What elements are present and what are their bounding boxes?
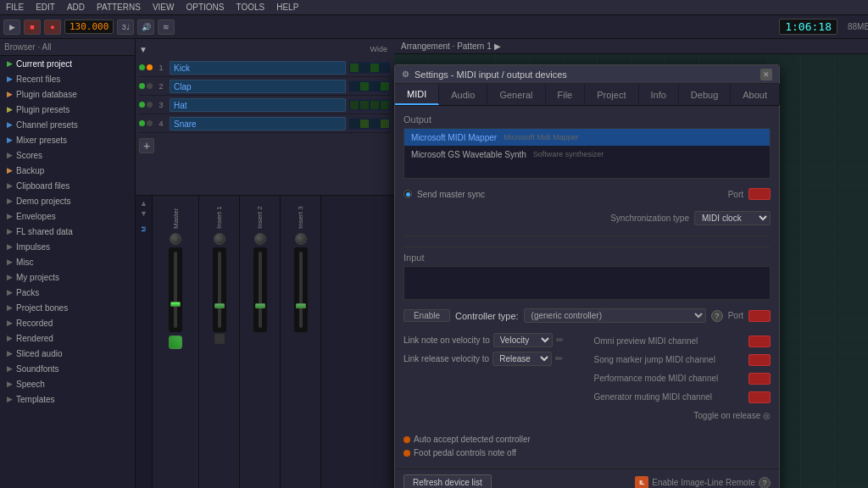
link-vel-icon[interactable]: ✏ xyxy=(556,335,564,346)
sync-type-select[interactable]: MIDI clock xyxy=(694,211,771,225)
mixer-channel-master: Master xyxy=(153,196,199,488)
sidebar-item-current-project[interactable]: ▶ Current project xyxy=(0,56,135,71)
add-channel-btn[interactable]: + xyxy=(139,138,154,153)
master-pan-knob[interactable] xyxy=(170,233,181,245)
sidebar-item-templates[interactable]: ▶ Templates xyxy=(0,391,135,407)
sidebar-item-packs[interactable]: ▶ Packs xyxy=(0,285,135,300)
mixer-nav-up[interactable]: ▲ xyxy=(140,199,147,208)
settings-modal: ⚙ Settings - MIDI input / output devices… xyxy=(394,64,780,488)
gen-mute-channel-btn[interactable] xyxy=(748,391,771,403)
insert3-fader[interactable] xyxy=(294,247,308,332)
bones-icon: ▶ xyxy=(7,303,13,312)
link-release-icon[interactable]: ✏ xyxy=(555,353,563,364)
hat-pattern[interactable] xyxy=(348,99,391,111)
menu-item-edit[interactable]: EDIT xyxy=(33,3,58,12)
port-label: Port xyxy=(728,190,743,199)
tab-audio[interactable]: Audio xyxy=(439,84,487,105)
tab-project[interactable]: Project xyxy=(585,84,638,105)
menu-item-help[interactable]: HELP xyxy=(274,3,301,12)
snare-pattern[interactable] xyxy=(348,118,391,130)
sidebar-item-project-bones[interactable]: ▶ Project bones xyxy=(0,300,135,315)
ch-name-clap[interactable]: Clap xyxy=(170,80,346,93)
link-velocity-select[interactable]: Velocity xyxy=(493,333,553,347)
menu-item-add[interactable]: ADD xyxy=(64,3,87,12)
record-button[interactable]: ● xyxy=(44,19,61,35)
sidebar-item-impulses[interactable]: ▶ Impulses xyxy=(0,239,135,254)
menu-item-patterns[interactable]: PATTERNS xyxy=(94,3,143,12)
modal-titlebar: ⚙ Settings - MIDI input / output devices… xyxy=(395,65,779,84)
tab-midi[interactable]: MIDI xyxy=(395,84,439,105)
sidebar-item-plugin-presets[interactable]: ▶ Plugin presets xyxy=(0,102,135,117)
link-release-select[interactable]: Release xyxy=(492,352,552,366)
sidebar-item-clipboard[interactable]: ▶ Clipboard files xyxy=(0,178,135,193)
menu-item-view[interactable]: VIEW xyxy=(150,3,177,12)
step-btn[interactable]: 3♩ xyxy=(117,19,134,35)
sidebar-item-scores[interactable]: ▶ Scores xyxy=(0,147,135,163)
send-sync-radio[interactable] xyxy=(403,190,412,198)
mix-btn[interactable]: ≋ xyxy=(158,19,175,35)
sidebar-item-speech[interactable]: ▶ Speech xyxy=(0,376,135,391)
mixer-channel-insert2: Insert 2 xyxy=(240,196,281,488)
plugin-icon: ▶ xyxy=(7,90,13,98)
toolbar: ▶ ■ ● 130.000 3♩ 🔊 ≋ 1:06:18 88MB xyxy=(0,15,868,39)
controller-type-select[interactable]: (generic controller) xyxy=(524,308,706,323)
sidebar-item-channel-presets[interactable]: ▶ Channel presets xyxy=(0,117,135,132)
stop-button[interactable]: ■ xyxy=(24,19,41,35)
sidebar-item-fl-shared[interactable]: ▶ FL shared data xyxy=(0,224,135,239)
sidebar-item-envelopes[interactable]: ▶ Envelopes xyxy=(0,208,135,224)
perf-channel-btn[interactable] xyxy=(748,373,771,385)
sidebar-item-misc[interactable]: ▶ Misc xyxy=(0,254,135,269)
tab-about[interactable]: About xyxy=(731,84,780,105)
input-port-btn[interactable] xyxy=(748,310,771,322)
tab-debug[interactable]: Debug xyxy=(679,84,731,105)
insert1-pan-knob[interactable] xyxy=(214,233,225,245)
sidebar-item-sliced-audio[interactable]: ▶ Sliced audio xyxy=(0,346,135,361)
enable-input-btn[interactable]: Enable xyxy=(403,309,450,322)
play-button[interactable]: ▶ xyxy=(3,19,20,35)
ch-name-snare[interactable]: Snare xyxy=(170,117,346,130)
output-port-btn[interactable] xyxy=(748,188,771,200)
rendered-icon: ▶ xyxy=(7,334,13,342)
ch-name-hat[interactable]: Hat xyxy=(170,98,346,112)
master-meter xyxy=(169,336,182,349)
refresh-device-list-btn[interactable]: Refresh device list xyxy=(403,474,492,488)
gen-mute-label: Generator muting MIDI channel xyxy=(594,392,746,402)
tab-file[interactable]: File xyxy=(546,84,586,105)
remote-help-btn[interactable]: ? xyxy=(759,477,771,489)
misc-icon: ▶ xyxy=(7,258,13,266)
kick-pattern[interactable] xyxy=(348,62,391,74)
bpm-display[interactable]: 130.000 xyxy=(64,19,114,34)
input-port-label: Port xyxy=(728,311,743,320)
insert3-pan-knob[interactable] xyxy=(295,233,307,245)
ch-name-kick[interactable]: Kick xyxy=(170,61,346,75)
sidebar-item-backup[interactable]: ▶ Backup xyxy=(0,163,135,178)
insert2-fader[interactable] xyxy=(253,247,267,332)
sidebar-item-my-projects[interactable]: ▶ My projects xyxy=(0,269,135,285)
help-button[interactable]: ? xyxy=(711,310,723,322)
sidebar-item-rendered[interactable]: ▶ Rendered xyxy=(0,330,135,346)
enable-remote-row: IL Enable Image-Line Remote ? xyxy=(635,476,771,489)
tab-info[interactable]: Info xyxy=(639,84,679,105)
menu-item-tools[interactable]: TOOLS xyxy=(233,3,267,12)
master-fader[interactable] xyxy=(169,247,182,332)
menu-item-file[interactable]: FILE xyxy=(3,3,26,12)
modal-close-btn[interactable]: ✕ xyxy=(760,69,772,80)
clap-pattern[interactable] xyxy=(348,80,391,92)
device-midi-mapper[interactable]: Microsoft MIDI Mapper Microsoft Midi Map… xyxy=(404,129,770,146)
omni-channel-btn[interactable] xyxy=(748,336,771,347)
device-gs-wavetable[interactable]: Microsoft GS Wavetable Synth Software sy… xyxy=(404,146,770,163)
menu-item-options[interactable]: OPTIONS xyxy=(183,3,226,12)
sidebar-item-mixer-presets[interactable]: ▶ Mixer presets xyxy=(0,132,135,147)
mixer-nav-down[interactable]: ▼ xyxy=(140,209,147,218)
env-icon: ▶ xyxy=(7,212,13,220)
tab-general[interactable]: General xyxy=(487,84,545,105)
sidebar-item-soundfonts[interactable]: ▶ Soundfonts xyxy=(0,361,135,376)
vol-btn[interactable]: 🔊 xyxy=(137,19,154,35)
sidebar-item-recorded[interactable]: ▶ Recorded xyxy=(0,315,135,330)
song-channel-btn[interactable] xyxy=(748,354,771,366)
insert2-pan-knob[interactable] xyxy=(254,233,266,245)
sidebar-item-recent-files[interactable]: ▶ Recent files xyxy=(0,71,135,86)
sidebar-item-plugin-database[interactable]: ▶ Plugin database xyxy=(0,86,135,102)
sidebar-item-demo[interactable]: ▶ Demo projects xyxy=(0,193,135,208)
insert1-fader[interactable] xyxy=(213,247,226,332)
